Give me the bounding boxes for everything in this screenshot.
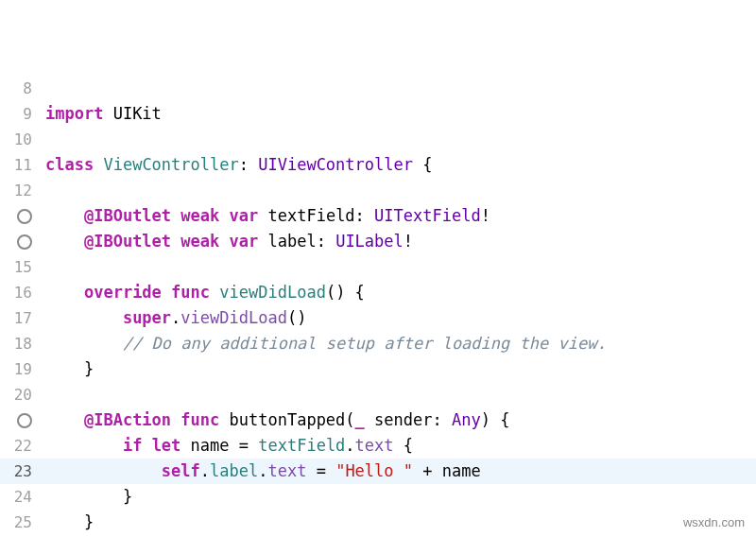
token-ident-teal: ViewController <box>103 155 238 174</box>
line-number: 22 <box>0 433 40 459</box>
code-content[interactable]: } <box>40 510 94 535</box>
token-typeExt: UIViewController <box>258 155 413 174</box>
token-text: } <box>45 359 94 378</box>
breakpoint-gutter[interactable] <box>0 209 40 224</box>
token-text: { <box>413 155 432 174</box>
code-content[interactable]: super.viewDidLoad() <box>40 305 306 331</box>
token-text: sender: <box>365 410 452 429</box>
token-kw-class: class <box>45 155 94 174</box>
token-ident-purple: text <box>267 461 306 480</box>
token-ident-purple: text <box>355 436 394 455</box>
code-line[interactable]: 24 } <box>0 484 756 510</box>
code-line[interactable]: 19 } <box>0 356 756 382</box>
token-typeExt: UITextField <box>374 206 481 225</box>
token-kw-override: override <box>84 283 162 302</box>
code-editor[interactable]: 89import UIKit1011class ViewController: … <box>0 76 756 537</box>
token-text <box>45 410 84 429</box>
token-ident-teal: textField <box>258 436 345 455</box>
line-number: 10 <box>0 127 40 152</box>
code-line[interactable]: 9import UIKit <box>0 101 756 127</box>
line-number: 15 <box>0 254 40 280</box>
token-ident-purple: viewDidLoad <box>180 308 287 327</box>
token-text: } <box>45 487 132 506</box>
code-line[interactable]: 18 // Do any additional setup after load… <box>0 331 756 356</box>
breakpoint-icon[interactable] <box>17 413 32 428</box>
line-number: 9 <box>0 101 40 127</box>
token-kw-weak: _ <box>355 410 365 429</box>
token-text <box>171 232 180 251</box>
token-text <box>45 334 123 353</box>
code-content[interactable]: } <box>40 356 94 382</box>
token-comment: // Do any additional setup after loading… <box>123 334 607 353</box>
line-number: 16 <box>0 280 40 305</box>
token-text: () <box>287 308 306 327</box>
code-content[interactable]: } <box>40 484 132 510</box>
token-attr: @IBOutlet <box>84 206 171 225</box>
token-text <box>45 206 84 225</box>
token-typeExt: UILabel <box>335 232 404 251</box>
token-text: ! <box>404 232 413 251</box>
code-content[interactable]: @IBAction func buttonTapped(_ sender: An… <box>40 407 509 433</box>
token-text: { <box>394 436 413 455</box>
token-text <box>219 206 229 225</box>
breakpoint-gutter[interactable] <box>0 234 40 250</box>
token-kw-self: self <box>162 461 200 480</box>
line-number: 23 <box>0 459 40 484</box>
token-text <box>45 308 123 327</box>
token-attr: @IBOutlet <box>84 232 171 251</box>
token-typeExt: Any <box>452 410 481 429</box>
token-text: . <box>200 461 210 480</box>
code-line[interactable]: @IBOutlet weak var textField: UITextFiel… <box>0 203 756 229</box>
token-text <box>219 232 229 251</box>
token-text <box>210 283 219 302</box>
code-line[interactable]: 12 <box>0 178 756 203</box>
token-text: = <box>306 461 335 480</box>
token-kw-var: var <box>230 206 259 225</box>
code-content[interactable]: self.label.text = "Hello " + name <box>40 459 481 484</box>
token-text <box>142 436 151 455</box>
token-text <box>94 155 103 174</box>
code-content[interactable]: @IBOutlet weak var textField: UITextFiel… <box>40 203 490 229</box>
token-text <box>45 461 162 480</box>
breakpoint-icon[interactable] <box>17 209 32 224</box>
token-kw-import: import <box>45 104 103 123</box>
token-text: } <box>45 512 94 531</box>
code-line[interactable]: 11class ViewController: UIViewController… <box>0 152 756 178</box>
breakpoint-gutter[interactable] <box>0 413 40 428</box>
code-content[interactable]: class ViewController: UIViewController { <box>40 152 432 178</box>
token-text: label: <box>258 232 335 251</box>
token-attr: @IBAction <box>84 410 171 429</box>
breakpoint-icon[interactable] <box>17 234 32 250</box>
token-text <box>162 283 171 302</box>
token-text <box>171 410 180 429</box>
code-line[interactable]: @IBOutlet weak var label: UILabel! <box>0 229 756 254</box>
code-line[interactable]: 25 } <box>0 510 756 535</box>
line-number: 12 <box>0 178 40 203</box>
code-line[interactable]: 15 <box>0 254 756 280</box>
code-line[interactable]: 22 if let name = textField.text { <box>0 433 756 459</box>
token-kw-func: func <box>171 283 210 302</box>
line-number: 8 <box>0 76 40 101</box>
token-text: () { <box>326 283 365 302</box>
code-content[interactable]: import UIKit <box>40 101 162 127</box>
token-kw-let: let <box>152 436 181 455</box>
code-content[interactable]: if let name = textField.text { <box>40 433 413 459</box>
line-number: 11 <box>0 152 40 178</box>
code-line[interactable]: 20 <box>0 382 756 407</box>
code-content[interactable]: // Do any additional setup after loading… <box>40 331 607 356</box>
code-content[interactable]: override func viewDidLoad() { <box>40 280 365 305</box>
token-text <box>45 283 84 302</box>
code-line[interactable]: 23 self.label.text = "Hello " + name <box>0 459 756 484</box>
line-number: 25 <box>0 510 40 535</box>
token-text: ) { <box>481 410 510 429</box>
code-line[interactable]: 17 super.viewDidLoad() <box>0 305 756 331</box>
line-number: 18 <box>0 331 40 356</box>
token-kw-super: super <box>123 308 171 327</box>
code-line[interactable]: 16 override func viewDidLoad() { <box>0 280 756 305</box>
code-line[interactable]: 8 <box>0 76 756 101</box>
token-text: . <box>345 436 354 455</box>
code-content[interactable]: @IBOutlet weak var label: UILabel! <box>40 229 413 254</box>
token-ident-teal: viewDidLoad <box>219 283 326 302</box>
code-line[interactable]: @IBAction func buttonTapped(_ sender: An… <box>0 407 756 433</box>
code-line[interactable]: 10 <box>0 127 756 152</box>
